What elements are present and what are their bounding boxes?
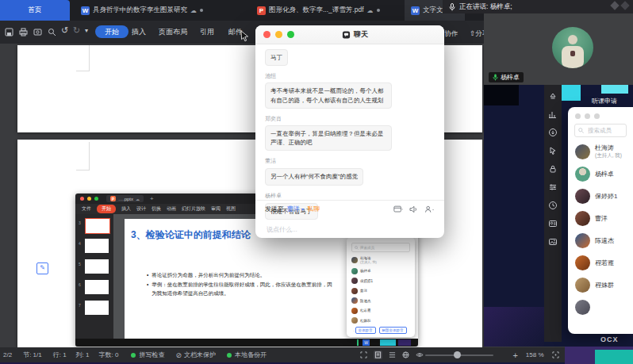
minimize-icon[interactable]	[275, 31, 282, 38]
ppt-tab-animation[interactable]: 动画	[167, 205, 176, 213]
slide-thumbnail-active[interactable]	[85, 218, 110, 234]
nested-member-row[interactable]: 杨梓卓	[351, 268, 410, 274]
ppt-tab-start[interactable]: 开始	[97, 205, 116, 213]
print-icon[interactable]	[19, 28, 28, 36]
settings-sliders-icon[interactable]	[548, 182, 558, 192]
slide-thumbnail[interactable]	[85, 259, 109, 274]
slide-thumbnail[interactable]	[85, 239, 109, 253]
audit-request-label[interactable]: 听课申请	[592, 97, 617, 105]
member-row[interactable]: 杨梓卓	[575, 167, 633, 182]
ppt-tab-design[interactable]: 设计	[136, 205, 146, 213]
nested-member-row[interactable]: 陈速杰	[351, 297, 410, 304]
eye-protect-icon[interactable]	[416, 351, 424, 358]
member-row[interactable]: 保婷婷1	[575, 189, 633, 204]
tab-doc-1[interactable]: W 具身哲学中的数字孪生图景研究 ☁	[75, 0, 247, 21]
pointer-icon[interactable]	[548, 146, 558, 155]
print-preview-icon[interactable]	[33, 28, 42, 36]
meeting-toolbar	[544, 85, 562, 342]
ppt-tab-slideshow[interactable]: 幻灯片放映	[182, 205, 205, 213]
save-icon[interactable]	[5, 28, 13, 36]
chat-history-icon[interactable]	[393, 205, 403, 213]
avatar	[351, 308, 358, 314]
undo-icon[interactable]: ↺	[61, 25, 68, 36]
minimize-icon[interactable]	[87, 197, 91, 201]
nested-member-row[interactable]: 程姝群	[351, 317, 410, 324]
nested-member-row[interactable]: 杜海涛(主持人, 我)	[351, 256, 410, 264]
slide-thumbnail[interactable]	[85, 301, 109, 315]
unmute-all-button[interactable]: 解除全体静音	[379, 327, 407, 334]
member-search-input[interactable]	[586, 126, 623, 135]
avatar	[351, 297, 358, 304]
ppt-new-tab-button[interactable]: +	[150, 195, 154, 202]
member-row[interactable]: 程姝群	[575, 278, 633, 293]
send-target-selector[interactable]: 曹洋 ▾	[287, 205, 304, 213]
nested-member-row[interactable]: 程若雁	[351, 308, 410, 314]
ribbon-tab-references[interactable]: 引用	[200, 25, 214, 38]
close-icon[interactable]	[80, 197, 84, 201]
message-bubble: 另一个人有种“何不食肉糜”的感觉	[265, 168, 363, 185]
zoom-percent[interactable]: 158 %	[526, 351, 544, 358]
member-panel: 杜海涛(主持人, 我) 杨梓卓 保婷婷1 曹洋 陈速杰 程若雁 程姝群	[568, 107, 633, 334]
member-row[interactable]: 陈速杰	[575, 233, 633, 248]
ppt-tab-transition[interactable]: 切换	[152, 205, 161, 213]
close-icon[interactable]	[263, 31, 270, 38]
maximize-icon[interactable]	[287, 31, 294, 38]
member-row-partial[interactable]	[575, 300, 633, 315]
mute-all-button[interactable]: 全体静音	[355, 327, 376, 334]
stats-icon[interactable]	[548, 109, 558, 119]
toolbar-dropdown-icon[interactable]: ▾	[85, 27, 88, 34]
history-clock-icon[interactable]	[548, 201, 558, 210]
margin-mark	[76, 71, 90, 71]
minimize-icon[interactable]	[585, 113, 590, 119]
slide-number: 4	[79, 241, 81, 246]
backup-label[interactable]: 本地备份开	[235, 351, 267, 359]
nested-member-row[interactable]: 保婷婷1	[351, 278, 410, 284]
nested-search-field[interactable]: 搜索成员	[351, 243, 410, 252]
maximize-icon[interactable]	[94, 197, 98, 201]
image-icon[interactable]	[548, 237, 558, 247]
tab-home[interactable]: 首页	[0, 0, 70, 21]
ribbon-tab-page-layout[interactable]: 页面布局	[159, 25, 187, 38]
speaker-icon[interactable]	[409, 205, 418, 213]
slide-thumbnail[interactable]	[85, 280, 109, 294]
redo-icon[interactable]: ↻	[73, 25, 80, 36]
protect-label[interactable]: 文档未保护	[184, 351, 216, 359]
outline-view-icon[interactable]	[389, 351, 396, 358]
spellcheck-label[interactable]: 拼写检查	[139, 351, 164, 359]
comment-marker-icon[interactable]: ✎	[36, 262, 48, 274]
find-icon[interactable]	[48, 28, 56, 36]
invite-member-icon[interactable]	[424, 205, 435, 213]
zoom-slider-handle[interactable]	[454, 351, 461, 358]
ppt-tab-insert[interactable]: 插入	[121, 205, 131, 213]
web-view-icon[interactable]	[402, 351, 409, 358]
avatar	[575, 300, 590, 315]
maximize-icon[interactable]	[594, 113, 600, 119]
close-icon[interactable]	[575, 113, 581, 119]
page-view-icon[interactable]	[374, 351, 382, 359]
avatar	[351, 257, 358, 263]
lock-icon[interactable]	[548, 164, 558, 174]
member-search-field[interactable]	[574, 124, 627, 137]
member-row[interactable]: 曹洋	[575, 211, 633, 226]
tab-doc-2[interactable]: P 图形化身、数字孪..._谭雪芳.pdf ☁	[251, 0, 401, 21]
ribbon-tab-insert[interactable]: 插入	[132, 25, 146, 38]
zoom-in-button[interactable]: +	[512, 351, 517, 360]
record-icon[interactable]	[548, 128, 558, 137]
private-chat-toggle[interactable]: 私聊	[307, 205, 320, 213]
speaking-indicator-bar: 正在讲话: 杨梓卓;	[443, 0, 633, 13]
slide-thumbnail-panel: 3 4 5 6 7	[75, 214, 113, 339]
hand-raise-icon[interactable]	[548, 91, 558, 101]
chat-input[interactable]	[265, 225, 427, 234]
nested-member-row[interactable]: 曹洋	[351, 288, 410, 294]
member-row[interactable]: 程若雁	[575, 255, 633, 270]
member-row[interactable]: 杜海涛(主持人, 我)	[575, 144, 633, 159]
ppt-menu-file[interactable]: 文件	[82, 205, 91, 213]
fullscreen-icon[interactable]	[360, 351, 367, 358]
profile-card-icon[interactable]	[548, 219, 558, 228]
ppt-doc-tab[interactable]: P ….pptx ☁	[106, 195, 144, 202]
ppt-tab-view[interactable]: 视图	[226, 205, 236, 213]
chat-message-list[interactable]: 马丁 池恒 考不考研本来就不是一概而论的，每个人都有自己的路，每个人都该有自己的…	[255, 44, 444, 220]
ppt-tab-review[interactable]: 审阅	[211, 205, 221, 213]
ribbon-tab-start[interactable]: 开始	[95, 25, 129, 38]
fit-page-icon[interactable]	[552, 351, 559, 358]
